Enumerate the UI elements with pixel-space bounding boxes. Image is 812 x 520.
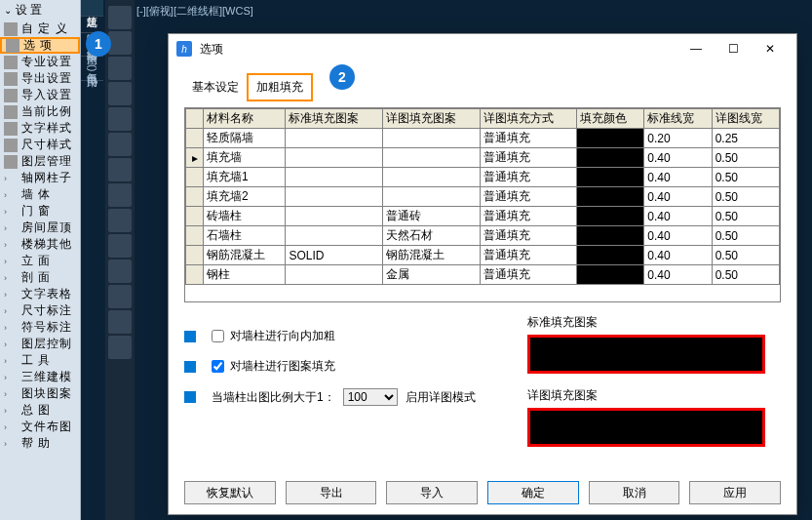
cell-name[interactable]: 石墙柱 — [204, 226, 286, 246]
sidebar-header[interactable]: ⌄ 设 置 — [0, 0, 80, 20]
cell-color[interactable]: 256 — [577, 226, 644, 246]
cell-det[interactable] — [382, 148, 480, 168]
sidebar-item[interactable]: 导出设置 — [0, 70, 80, 87]
cell-w1[interactable]: 0.40 — [644, 265, 712, 285]
tool-button[interactable] — [108, 260, 132, 283]
tool-button[interactable] — [108, 209, 132, 232]
cell-w1[interactable]: 0.40 — [644, 148, 712, 168]
cell-mode[interactable]: 普通填充 — [480, 168, 577, 187]
cell-w2[interactable]: 0.50 — [712, 265, 779, 285]
tool-button[interactable] — [108, 31, 132, 55]
cell-std[interactable] — [286, 148, 383, 168]
table-row[interactable]: 钢筋混凝土SOLID钢筋混凝土普通填充2560.400.50 — [186, 246, 780, 265]
tool-button[interactable] — [108, 6, 132, 29]
tool-button[interactable] — [108, 183, 132, 207]
sidebar-group[interactable]: ›文件布图 — [0, 419, 80, 435]
cell-w2[interactable]: 0.50 — [712, 168, 779, 187]
scale-select[interactable]: 100 — [343, 388, 398, 406]
cell-mode[interactable]: 普通填充 — [480, 207, 577, 226]
cell-std[interactable] — [286, 207, 383, 226]
sidebar-group[interactable]: ›图块图案 — [0, 385, 80, 402]
sidebar-group[interactable]: ›剖 面 — [0, 269, 80, 286]
restore-defaults-button[interactable]: 恢复默认 — [184, 481, 276, 504]
cell-std[interactable] — [286, 168, 383, 187]
sidebar-group[interactable]: ›尺寸标注 — [0, 302, 80, 319]
sidebar-group[interactable]: ›三维建模 — [0, 369, 80, 385]
column-header[interactable]: 标准填充图案 — [286, 109, 383, 129]
table-row[interactable]: 填充墙2普通填充2560.400.50 — [186, 187, 780, 207]
cell-w2[interactable]: 0.50 — [712, 148, 779, 168]
minimize-button[interactable]: — — [677, 35, 715, 62]
cell-name[interactable]: 钢筋混凝土 — [204, 246, 286, 265]
tool-button[interactable] — [108, 57, 132, 80]
column-header[interactable]: 填充颜色 — [577, 109, 644, 129]
cell-mode[interactable]: 普通填充 — [480, 246, 577, 265]
cell-w1[interactable]: 0.40 — [644, 226, 712, 246]
sidebar-item[interactable]: 图层管理 — [0, 153, 80, 170]
tab-bold-fill[interactable]: 加粗填充 — [247, 73, 313, 101]
column-header[interactable]: 材料名称 — [204, 109, 286, 129]
cell-w2[interactable]: 0.25 — [712, 129, 779, 148]
tool-button[interactable] — [108, 107, 132, 131]
cell-det[interactable]: 钢筋混凝土 — [382, 246, 480, 265]
import-button[interactable]: 导入 — [386, 481, 478, 504]
cell-det[interactable]: 金属 — [382, 265, 480, 285]
cell-mode[interactable]: 普通填充 — [480, 187, 577, 207]
cell-std[interactable] — [286, 226, 383, 246]
cell-w1[interactable]: 0.40 — [644, 187, 712, 207]
sidebar-item[interactable]: 选 项 — [0, 37, 80, 54]
close-button[interactable]: ✕ — [752, 35, 789, 62]
tool-button[interactable] — [108, 336, 132, 359]
column-header[interactable]: 详图填充方式 — [480, 109, 577, 129]
sidebar-group[interactable]: ›符号标注 — [0, 319, 80, 336]
column-header[interactable]: 详图填充图案 — [382, 109, 480, 129]
cell-mode[interactable]: 普通填充 — [480, 148, 577, 168]
cell-name[interactable]: 填充墙2 — [204, 187, 286, 207]
cell-name[interactable]: 填充墙1 — [204, 168, 286, 187]
table-row[interactable]: 轻质隔墙普通填充2560.200.25 — [186, 129, 780, 148]
cell-std[interactable]: SOLID — [286, 246, 383, 265]
cell-std[interactable] — [286, 187, 383, 207]
sidebar-group[interactable]: ›文字表格 — [0, 286, 80, 302]
tool-button[interactable] — [108, 285, 132, 308]
cell-color[interactable]: 256 — [577, 207, 644, 226]
inner-bold-label[interactable]: 对墙柱进行向内加粗 — [230, 328, 335, 344]
cell-std[interactable] — [286, 265, 383, 285]
apply-button[interactable]: 应用 — [689, 481, 781, 504]
cell-mode[interactable]: 普通填充 — [480, 226, 577, 246]
sidebar-item[interactable]: 自 定 义 — [0, 20, 80, 37]
tool-button[interactable] — [108, 133, 132, 156]
sidebar-group[interactable]: ›立 面 — [0, 253, 80, 269]
table-row[interactable]: 填充墙1普通填充2560.400.50 — [186, 168, 780, 187]
cell-det[interactable] — [382, 129, 480, 148]
tool-button[interactable] — [108, 310, 132, 334]
sidebar-group[interactable]: ›图层控制 — [0, 336, 80, 352]
cell-w2[interactable]: 0.50 — [712, 246, 779, 265]
vertical-tab[interactable]: 建筑 — [81, 0, 103, 17]
sidebar-item[interactable]: 文字样式 — [0, 120, 80, 137]
cell-mode[interactable]: 普通填充 — [480, 129, 577, 148]
column-header[interactable]: 标准线宽 — [644, 109, 712, 129]
pattern-fill-checkbox[interactable] — [212, 360, 224, 373]
cell-det[interactable]: 普通砖 — [382, 207, 480, 226]
cell-color[interactable]: 256 — [577, 168, 644, 187]
cell-name[interactable]: 砖墙柱 — [204, 207, 286, 226]
table-row[interactable]: 钢柱金属普通填充2560.400.50 — [186, 265, 780, 285]
sidebar-item[interactable]: 专业设置 — [0, 54, 80, 70]
ok-button[interactable]: 确定 — [487, 481, 579, 504]
cell-color[interactable]: 256 — [577, 265, 644, 285]
column-header[interactable]: 详图线宽 — [712, 109, 779, 129]
export-button[interactable]: 导出 — [286, 481, 377, 504]
sidebar-group[interactable]: ›楼梯其他 — [0, 236, 80, 253]
maximize-button[interactable]: ☐ — [715, 35, 752, 62]
sidebar-group[interactable]: ›墙 体 — [0, 186, 80, 203]
std-preview-box[interactable] — [527, 335, 765, 374]
vertical-tab[interactable]: 电气(民用) — [81, 57, 103, 80]
cell-std[interactable] — [286, 129, 383, 148]
det-preview-box[interactable] — [527, 408, 765, 447]
table-row[interactable]: 砖墙柱普通砖普通填充2560.400.50 — [186, 207, 780, 226]
cell-w1[interactable]: 0.40 — [644, 207, 712, 226]
cell-w2[interactable]: 0.50 — [712, 226, 779, 246]
cell-color[interactable]: 256 — [577, 148, 644, 168]
sidebar-item[interactable]: 导入设置 — [0, 87, 80, 103]
